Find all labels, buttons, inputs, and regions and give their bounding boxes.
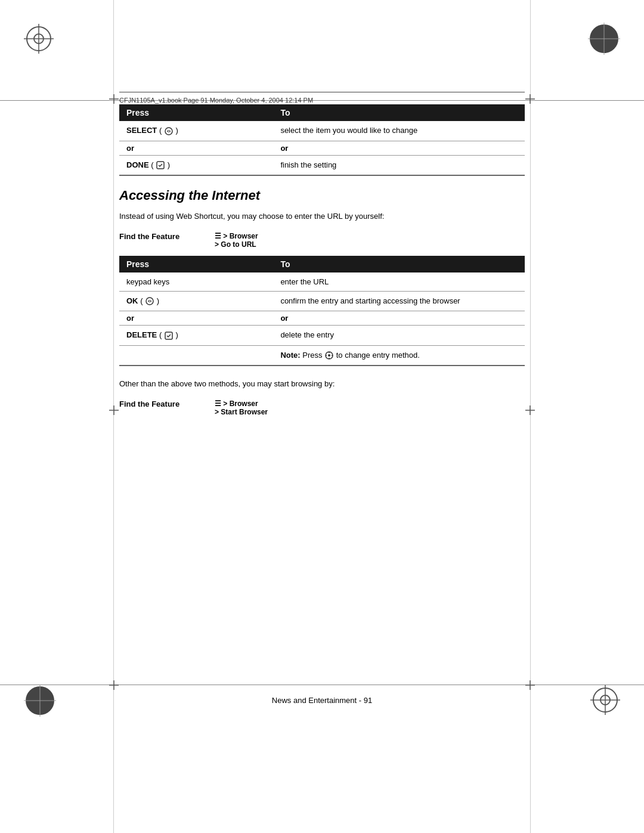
cross-top-right	[525, 94, 535, 104]
delete-icon: ( )	[159, 330, 178, 339]
reg-mark-tr	[588, 23, 620, 55]
section-title: Accessing the Internet	[119, 188, 525, 203]
find-feature-label-1: Find the Feature	[119, 232, 203, 241]
note-text: to change entry method.	[336, 351, 420, 360]
cross-bottom-left	[109, 680, 119, 690]
page: CFJN1105A_v1.book Page 91 Monday, Octobe…	[0, 0, 644, 833]
select-icon: ( )	[159, 126, 178, 135]
find-feature-label-2: Find the Feature	[119, 400, 203, 408]
or-press-cell: or	[119, 141, 273, 155]
path-start-browser: > Start Browser	[215, 408, 268, 416]
table-row-or-2: or or	[119, 311, 525, 326]
svg-point-28	[146, 298, 153, 305]
keypad-press-cell: keypad keys	[119, 272, 273, 292]
press-done-cell: DONE ( )	[119, 155, 273, 175]
table-press-select: Press To SELECT ( )	[119, 104, 525, 176]
other-methods-text: Other than the above two methods, you ma…	[119, 378, 525, 390]
left-margin-line	[113, 0, 114, 833]
svg-point-26	[165, 128, 172, 135]
bottom-margin-line	[0, 685, 644, 685]
cross-bottom-right	[525, 680, 535, 690]
table-header-row-2: Press To	[119, 256, 525, 272]
path-browser-2: > Browser	[223, 400, 258, 408]
footer-text: News and Entertainment - 91	[272, 696, 372, 705]
or2-to-cell: or	[273, 311, 525, 326]
cross-left-mid	[109, 405, 119, 415]
or2-press-cell: or	[119, 311, 273, 326]
col-press-header-2: Press	[119, 256, 273, 272]
done-to-cell: finish the setting	[273, 155, 525, 175]
path-line-4: > Start Browser	[215, 408, 268, 416]
select-to-cell: select the item you would like to change	[273, 121, 525, 141]
delete-press-cell: DELETE ( )	[119, 326, 273, 346]
menu-icon-1: ☰	[215, 232, 221, 240]
cross-right-mid	[525, 405, 535, 415]
note-press-cell	[119, 345, 273, 366]
note-label: Note: Press	[280, 351, 324, 360]
table-row: SELECT ( ) select the item you would lik…	[119, 121, 525, 141]
find-feature-1: Find the Feature ☰ > Browser > Go to URL	[119, 232, 525, 249]
col-to-header-2: To	[273, 256, 525, 272]
header-file-info: CFJN1105A_v1.book Page 91 Monday, Octobe…	[119, 97, 313, 104]
main-content: Press To SELECT ( )	[119, 104, 525, 423]
table-row: OK ( ) confirm the entry and starting ac…	[119, 291, 525, 311]
table-row: keypad keys enter the URL	[119, 272, 525, 292]
note-to-cell: Note: Press to change entry	[273, 345, 525, 366]
path-line-2: > Go to URL	[215, 240, 258, 249]
right-margin-line	[530, 0, 531, 833]
ok-to-cell: confirm the entry and starting accessing…	[273, 291, 525, 311]
select-key-label: SELECT	[126, 126, 157, 135]
press-select-cell: SELECT ( )	[119, 121, 273, 141]
col-to-header: To	[273, 104, 525, 121]
menu-icon-2: ☰	[215, 400, 221, 408]
path-browser-1: > Browser	[223, 232, 258, 240]
reg-mark-tl	[24, 24, 54, 54]
table-row-or: or or	[119, 141, 525, 155]
or-to-cell: or	[273, 141, 525, 155]
path-line-1: ☰ > Browser	[215, 232, 258, 240]
svg-point-31	[328, 354, 330, 357]
keypad-to-cell: enter the URL	[273, 272, 525, 292]
reg-mark-br	[590, 685, 620, 715]
note-icon	[324, 351, 336, 360]
find-feature-2: Find the Feature ☰ > Browser > Start Bro…	[119, 400, 525, 416]
section-intro: Instead of using Web Shortcut, you may c…	[119, 210, 525, 222]
table-press-url: Press To keypad keys enter the URL OK (	[119, 256, 525, 367]
table-row: DELETE ( ) delete the entry	[119, 326, 525, 346]
cross-top-left	[109, 94, 119, 104]
ok-icon: ( )	[140, 296, 159, 305]
ok-press-cell: OK ( )	[119, 291, 273, 311]
find-feature-path-1: ☰ > Browser > Go to URL	[215, 232, 258, 249]
col-press-header: Press	[119, 104, 273, 121]
done-icon: ( )	[151, 160, 170, 169]
page-footer: News and Entertainment - 91	[119, 696, 525, 705]
table-header-row: Press To	[119, 104, 525, 121]
path-line-3: ☰ > Browser	[215, 400, 268, 408]
path-go-to-url: > Go to URL	[215, 240, 256, 249]
done-key-label: DONE	[126, 160, 149, 169]
find-feature-path-2: ☰ > Browser > Start Browser	[215, 400, 268, 416]
table-row: DONE ( ) finish the setting	[119, 155, 525, 175]
table-row-note: Note: Press to change entry	[119, 345, 525, 366]
delete-to-cell: delete the entry	[273, 326, 525, 346]
reg-mark-bl	[24, 685, 56, 717]
